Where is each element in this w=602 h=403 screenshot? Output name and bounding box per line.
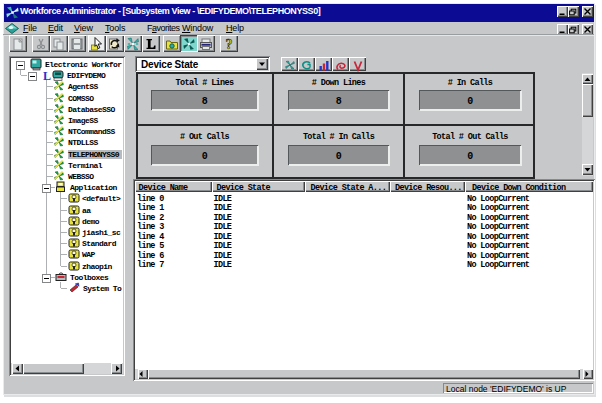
svg-text:?: ? [226, 37, 233, 52]
